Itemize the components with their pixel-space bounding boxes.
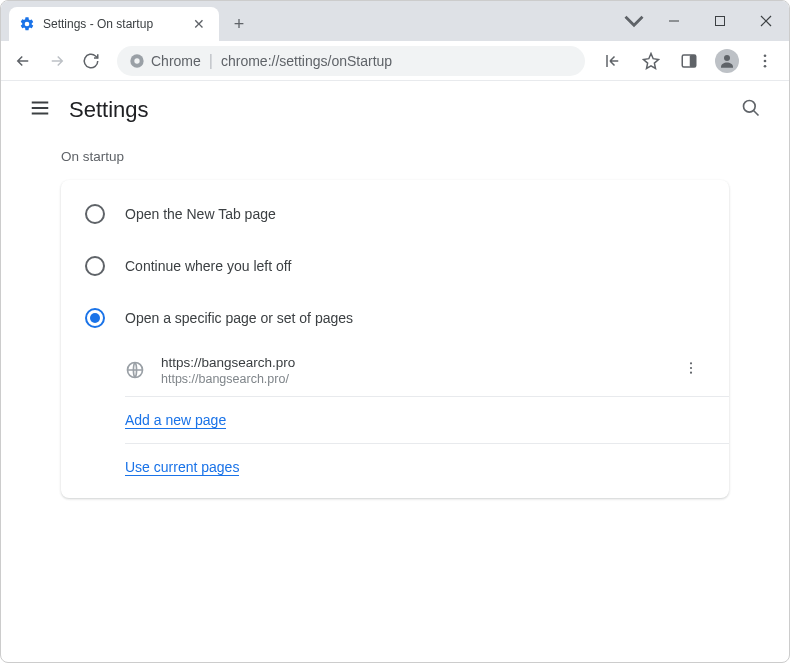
close-tab-icon[interactable]: ✕ (189, 16, 209, 32)
page-more-icon[interactable] (677, 354, 705, 386)
settings-header: Settings (1, 81, 789, 139)
page-text: https://bangsearch.pro https://bangsearc… (161, 355, 677, 386)
browser-toolbar: Chrome | chrome://settings/onStartup (1, 41, 789, 81)
browser-tab[interactable]: Settings - On startup ✕ (9, 7, 219, 41)
section-title: On startup (61, 149, 729, 164)
use-current-row[interactable]: Use current pages (61, 444, 729, 490)
forward-button[interactable] (43, 47, 71, 75)
chrome-site-chip: Chrome (129, 53, 201, 69)
share-icon[interactable] (597, 45, 629, 77)
side-panel-icon[interactable] (673, 45, 705, 77)
kebab-menu-icon[interactable] (749, 45, 781, 77)
svg-rect-1 (716, 17, 725, 26)
radio-icon-selected (85, 308, 105, 328)
svg-point-19 (690, 367, 692, 369)
radio-icon (85, 204, 105, 224)
startup-card: Open the New Tab page Continue where you… (61, 180, 729, 498)
use-current-link[interactable]: Use current pages (125, 459, 239, 476)
radio-specific-pages[interactable]: Open a specific page or set of pages (61, 292, 729, 344)
close-window-button[interactable] (743, 1, 789, 41)
svg-point-10 (764, 59, 767, 62)
hamburger-menu-icon[interactable] (21, 89, 59, 131)
page-name: https://bangsearch.pro (161, 355, 677, 370)
globe-icon (125, 360, 145, 380)
settings-gear-icon (19, 16, 35, 32)
new-tab-button[interactable]: + (225, 10, 253, 38)
svg-point-11 (764, 64, 767, 67)
svg-point-18 (690, 362, 692, 364)
bookmark-star-icon[interactable] (635, 45, 667, 77)
add-page-row[interactable]: Add a new page (61, 397, 729, 443)
url-text: chrome://settings/onStartup (221, 53, 392, 69)
back-button[interactable] (9, 47, 37, 75)
radio-open-new-tab[interactable]: Open the New Tab page (61, 188, 729, 240)
chevron-down-icon[interactable] (617, 1, 651, 41)
window-controls (617, 1, 789, 41)
svg-point-9 (764, 54, 767, 57)
svg-point-20 (690, 372, 692, 374)
svg-point-8 (724, 55, 730, 61)
address-bar[interactable]: Chrome | chrome://settings/onStartup (117, 46, 585, 76)
minimize-button[interactable] (651, 1, 697, 41)
radio-label: Open a specific page or set of pages (125, 310, 353, 326)
maximize-button[interactable] (697, 1, 743, 41)
radio-continue[interactable]: Continue where you left off (61, 240, 729, 292)
tab-title: Settings - On startup (43, 17, 189, 31)
chrome-label: Chrome (151, 53, 201, 69)
svg-point-5 (134, 58, 139, 63)
profile-avatar[interactable] (711, 45, 743, 77)
search-icon[interactable] (733, 90, 769, 130)
reload-button[interactable] (77, 47, 105, 75)
page-url: https://bangsearch.pro/ (161, 372, 677, 386)
svg-rect-7 (690, 55, 696, 67)
settings-content: On startup Open the New Tab page Continu… (1, 139, 789, 508)
page-title: Settings (69, 97, 149, 123)
titlebar: Settings - On startup ✕ + (1, 1, 789, 41)
omnibox-divider: | (209, 52, 213, 70)
svg-point-15 (744, 101, 756, 113)
radio-label: Open the New Tab page (125, 206, 276, 222)
radio-icon (85, 256, 105, 276)
svg-line-16 (754, 111, 759, 116)
radio-label: Continue where you left off (125, 258, 291, 274)
startup-page-row: https://bangsearch.pro https://bangsearc… (61, 344, 729, 396)
add-page-link[interactable]: Add a new page (125, 412, 226, 429)
